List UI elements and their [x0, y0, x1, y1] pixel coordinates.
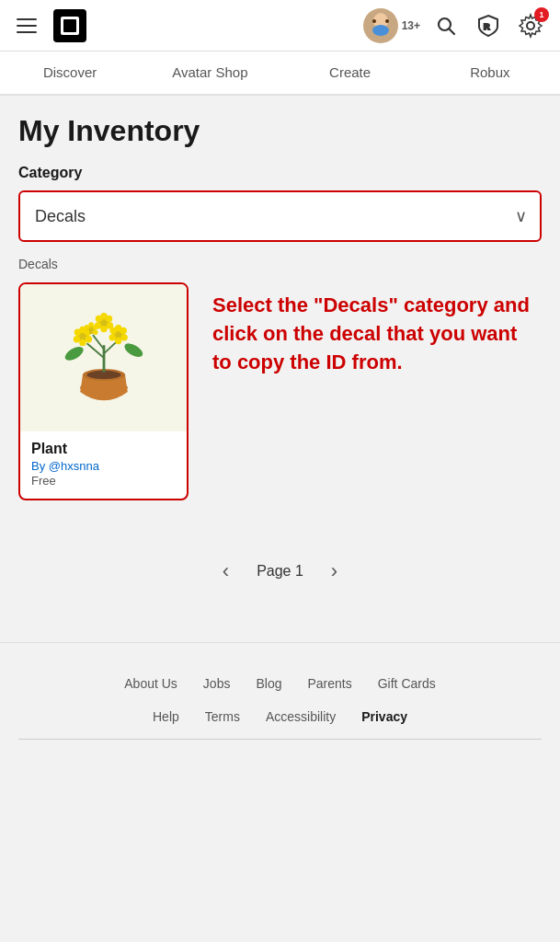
settings-button[interactable]: 1 — [514, 9, 547, 42]
next-page-button[interactable]: › — [322, 556, 347, 587]
footer-link-parents[interactable]: Parents — [294, 671, 364, 696]
footer-link-help[interactable]: Help — [140, 704, 192, 729]
item-card[interactable]: Plant By @hxsnna Free — [18, 282, 189, 500]
main-content: My Inventory Category Decals Clothing Ac… — [0, 96, 560, 624]
age-badge: 13+ — [402, 19, 420, 32]
page-title: My Inventory — [18, 114, 542, 148]
svg-point-44 — [84, 325, 89, 330]
svg-point-46 — [121, 340, 144, 360]
header: 13+ R 1 — [0, 0, 560, 52]
nav-tabs: Discover Avatar Shop Create Robux — [0, 52, 560, 96]
footer-link-about-us[interactable]: About Us — [111, 671, 190, 696]
svg-point-42 — [93, 330, 98, 336]
tab-avatar-shop[interactable]: Avatar Shop — [140, 52, 280, 96]
svg-point-24 — [74, 329, 80, 336]
item-author: By @hxsnna — [31, 459, 176, 473]
footer-link-blog[interactable]: Blog — [243, 671, 294, 696]
footer-link-privacy[interactable]: Privacy — [349, 704, 420, 729]
instruction-text: Select the "Decals" category and click o… — [203, 282, 542, 376]
category-dropdown[interactable]: Decals Clothing Accessories Gear Faces — [18, 190, 542, 242]
tab-discover[interactable]: Discover — [0, 52, 140, 96]
footer: About Us Jobs Blog Parents Gift Cards He… — [0, 642, 560, 758]
hamburger-menu-button[interactable] — [13, 15, 40, 37]
svg-rect-5 — [385, 19, 389, 23]
svg-point-43 — [84, 330, 89, 336]
footer-divider — [18, 739, 542, 740]
header-right: 13+ R 1 — [363, 8, 547, 43]
avatar-wrapper[interactable]: 13+ — [363, 8, 420, 43]
svg-point-30 — [109, 334, 115, 340]
item-price: Free — [31, 474, 176, 488]
svg-point-34 — [105, 316, 111, 322]
category-label: Category — [18, 165, 542, 181]
svg-point-27 — [120, 327, 126, 334]
svg-point-10 — [527, 22, 534, 29]
svg-point-35 — [106, 322, 112, 328]
tab-create[interactable]: Create — [280, 52, 420, 96]
notification-badge: 1 — [534, 7, 549, 22]
svg-point-21 — [85, 336, 91, 342]
search-button[interactable] — [429, 9, 463, 42]
svg-point-28 — [120, 334, 127, 340]
roblox-logo — [53, 9, 86, 42]
header-left — [13, 9, 363, 42]
svg-point-29 — [115, 338, 121, 344]
item-image — [20, 284, 187, 431]
tab-robux[interactable]: Robux — [420, 52, 560, 96]
svg-rect-4 — [372, 19, 376, 23]
avatar — [363, 8, 398, 43]
footer-link-jobs[interactable]: Jobs — [190, 671, 244, 696]
shield-button[interactable]: R — [472, 9, 505, 42]
svg-point-23 — [73, 336, 79, 342]
footer-row-1: About Us Jobs Blog Parents Gift Cards — [18, 671, 542, 696]
svg-rect-1 — [63, 19, 76, 32]
svg-point-38 — [95, 316, 101, 322]
svg-point-36 — [100, 326, 107, 332]
item-info: Plant By @hxsnna Free — [20, 431, 187, 499]
svg-line-8 — [450, 29, 455, 34]
section-label: Decals — [18, 257, 542, 271]
prev-page-button[interactable]: ‹ — [213, 556, 238, 587]
items-section: Plant By @hxsnna Free Select the "Decals… — [18, 282, 542, 500]
category-dropdown-wrapper: Decals Clothing Accessories Gear Faces ∨ — [18, 190, 542, 242]
svg-line-17 — [93, 335, 104, 350]
footer-row-2: Help Terms Accessibility Privacy — [18, 704, 542, 729]
pagination: ‹ Page 1 › — [18, 500, 542, 624]
svg-point-45 — [63, 344, 86, 363]
footer-link-terms[interactable]: Terms — [192, 704, 253, 729]
item-name: Plant — [31, 441, 176, 457]
svg-point-6 — [372, 25, 389, 36]
page-info: Page 1 — [257, 563, 303, 580]
svg-point-40 — [88, 322, 94, 327]
svg-text:R: R — [484, 22, 490, 31]
svg-point-22 — [79, 339, 86, 346]
footer-link-gift-cards[interactable]: Gift Cards — [365, 671, 449, 696]
svg-point-41 — [93, 325, 98, 330]
footer-link-accessibility[interactable]: Accessibility — [253, 704, 349, 729]
